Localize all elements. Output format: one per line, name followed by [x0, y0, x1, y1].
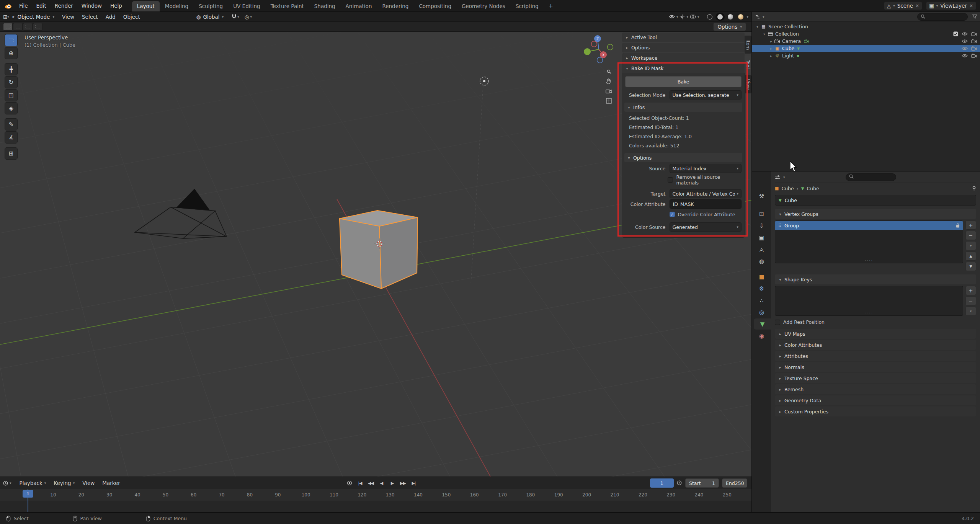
panel-header-uv-maps[interactable]: ▸UV Maps: [775, 329, 976, 339]
add-shape-key-button[interactable]: +: [965, 286, 976, 295]
outliner-row-camera[interactable]: ▸Camera: [752, 38, 980, 45]
select-mode-extend-button[interactable]: [13, 23, 23, 31]
transform-orientation-dropdown[interactable]: ◍ Global ▾: [193, 13, 227, 21]
panel-header-workspace[interactable]: ▸Workspace: [622, 53, 745, 63]
filter-funnel-icon[interactable]: [972, 15, 977, 19]
infos-subpanel-header[interactable]: ▾ Infos: [624, 103, 742, 112]
editor-type-chevron[interactable]: ▾: [783, 175, 785, 179]
current-frame-field[interactable]: 1: [650, 478, 674, 488]
editor-type-chevron[interactable]: ▾: [763, 15, 764, 19]
menu-file[interactable]: File: [15, 2, 32, 10]
jump-to-start-button[interactable]: |◀: [355, 478, 365, 488]
panel-header-options[interactable]: ▸Options: [622, 43, 745, 52]
properties-search-input[interactable]: [846, 173, 896, 181]
workspace-tab-uv-editing[interactable]: UV Editing: [228, 1, 265, 11]
tool-measure[interactable]: ∡: [5, 131, 18, 144]
menu-help[interactable]: Help: [106, 2, 126, 10]
eye-toggle-icon[interactable]: [962, 39, 968, 43]
properties-tab-view-layer[interactable]: ▣: [752, 232, 771, 243]
workspace-tab-rendering[interactable]: Rendering: [377, 1, 413, 11]
playhead-frame-label[interactable]: 1: [23, 490, 33, 498]
properties-tab-output[interactable]: ⇩: [752, 220, 771, 231]
timeline-editor-icon[interactable]: [3, 481, 8, 486]
tool-add-cube[interactable]: ⊞: [5, 147, 18, 160]
outliner-editor-icon[interactable]: [755, 15, 760, 19]
cube-object[interactable]: [340, 211, 418, 289]
frame-start-field[interactable]: Start1: [685, 478, 719, 488]
workspace-tab-compositing[interactable]: Compositing: [414, 1, 456, 11]
proportional-editing-icon[interactable]: ◎: [245, 14, 249, 20]
tool-options-dropdown[interactable]: Options▾: [713, 23, 746, 31]
tool-select-box[interactable]: [5, 34, 18, 46]
toggle-ortho-icon[interactable]: [606, 98, 612, 104]
expander-icon[interactable]: ▾: [761, 32, 767, 36]
camera-toggle-icon[interactable]: [971, 54, 977, 58]
workspace-tab-geometry-nodes[interactable]: Geometry Nodes: [457, 1, 510, 11]
shading-options-chevron[interactable]: ▾: [746, 15, 748, 19]
tool-annotate[interactable]: ✎: [5, 118, 18, 131]
gizmo-chevron[interactable]: ▾: [686, 15, 688, 19]
selection-mode-dropdown[interactable]: Use Selection, separate▾: [670, 90, 742, 100]
remove-view-layer-button[interactable]: ×: [969, 3, 973, 8]
bake-button[interactable]: Bake: [625, 76, 742, 87]
shading-wireframe-button[interactable]: [705, 13, 714, 21]
expander-icon[interactable]: ▸: [768, 54, 774, 58]
workspace-tab-animation[interactable]: Animation: [341, 1, 377, 11]
properties-tab-physics[interactable]: ◎: [752, 307, 771, 318]
properties-editor-icon[interactable]: [775, 175, 780, 180]
properties-tab-object-data[interactable]: ▼: [754, 318, 771, 330]
breadcrumb-data[interactable]: Cube: [807, 186, 819, 191]
shading-solid-button[interactable]: [715, 13, 725, 21]
pan-view-icon[interactable]: [606, 78, 612, 85]
shape-keys-panel-header[interactable]: ▾Shape Keys: [775, 274, 976, 284]
timeline-track-area[interactable]: [0, 501, 751, 512]
expander-icon[interactable]: ▾: [755, 25, 760, 29]
override-color-attribute-checkbox[interactable]: ✓: [670, 212, 675, 217]
properties-tab-world[interactable]: ◍: [752, 256, 771, 267]
viewport-menu-object[interactable]: Object: [120, 13, 144, 21]
properties-tab-material[interactable]: ◉: [752, 330, 771, 341]
bake-panel-header[interactable]: ▾ Bake ID Mask: [622, 64, 745, 73]
tool-transform[interactable]: ◈: [5, 102, 18, 114]
properties-tab-particles[interactable]: ∴: [752, 295, 771, 306]
workspace-tab-modeling[interactable]: Modeling: [160, 1, 193, 11]
visibility-chevron[interactable]: ▾: [676, 15, 678, 19]
vertex-group-specials-button[interactable]: ▾: [965, 241, 976, 250]
frame-end-field[interactable]: End250: [722, 478, 747, 488]
play-button[interactable]: ▶: [387, 478, 397, 488]
tool-cursor[interactable]: ⊕: [5, 47, 18, 59]
timeline-menu-keying[interactable]: Keying▾: [50, 479, 78, 487]
eye-toggle-icon[interactable]: [962, 46, 968, 51]
workspace-tab-scripting[interactable]: Scripting: [511, 1, 544, 11]
axis-y-ball[interactable]: [584, 48, 591, 55]
tool-move[interactable]: ╋: [5, 63, 18, 75]
outliner-row-scene-collection[interactable]: ▾▦Scene Collection: [752, 23, 980, 30]
editor-type-icon[interactable]: ⊞ ▾: [3, 14, 9, 20]
view-layer-selector[interactable]: ▣ ▾ ViewLayer ×: [926, 2, 976, 10]
shading-material-button[interactable]: [726, 13, 735, 21]
editor-type-chevron[interactable]: ▾: [10, 481, 11, 485]
show-gizmo-icon[interactable]: [679, 14, 685, 20]
menu-render[interactable]: Render: [51, 2, 77, 10]
checkbox-toggle-icon[interactable]: [953, 31, 958, 36]
color-source-dropdown[interactable]: Generated▾: [670, 222, 742, 232]
eye-toggle-icon[interactable]: [962, 54, 968, 58]
remove-shape-key-button[interactable]: −: [965, 296, 976, 305]
mode-selector[interactable]: ▸ Object Mode ▾: [9, 13, 58, 21]
options-subpanel-header[interactable]: ▾ Options: [624, 153, 742, 162]
add-rest-position-checkbox[interactable]: [775, 320, 780, 325]
axis-neg-z-ball[interactable]: [597, 57, 603, 63]
zoom-icon[interactable]: [607, 69, 611, 74]
target-dropdown[interactable]: Color Attribute / Vertex Color▾: [670, 189, 742, 198]
properties-tab-modifiers[interactable]: ⚙: [752, 283, 771, 294]
overlays-chevron[interactable]: ▾: [697, 15, 699, 19]
panel-header-attributes[interactable]: ▸Attributes: [775, 351, 976, 361]
pin-icon[interactable]: [972, 186, 976, 191]
camera-toggle-icon[interactable]: [971, 46, 977, 51]
expander-icon[interactable]: ▸: [768, 47, 774, 51]
panel-header-geometry-data[interactable]: ▸Geometry Data: [775, 395, 976, 405]
move-vertex-group-down-button[interactable]: ▼: [965, 262, 976, 271]
list-resize-grip[interactable]: ····: [865, 310, 873, 315]
vertex-groups-panel-header[interactable]: ▾Vertex Groups: [775, 209, 976, 219]
timeline-menu-playback[interactable]: Playback▾: [16, 479, 50, 487]
